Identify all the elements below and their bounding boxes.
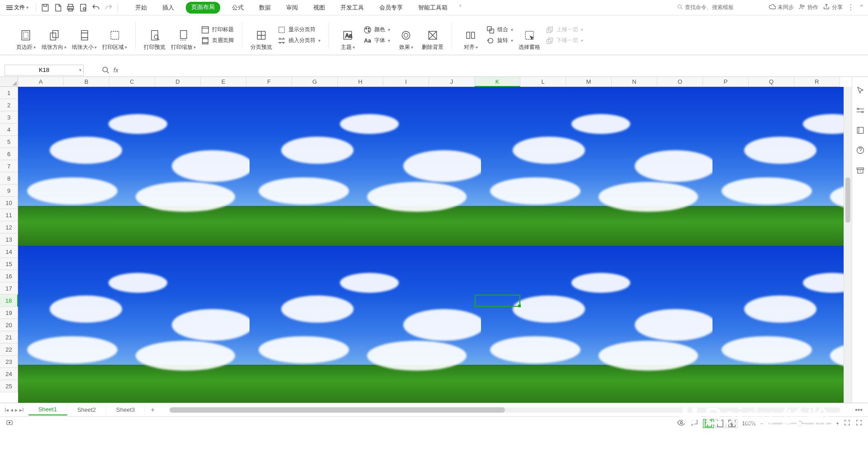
rotate-button[interactable]: 旋转▾: [486, 37, 513, 45]
tab-page-layout[interactable]: 页面布局: [186, 2, 220, 14]
column-header[interactable]: H: [338, 77, 383, 87]
zoom-out-button[interactable]: −: [760, 420, 764, 427]
undo-icon[interactable]: [91, 3, 100, 12]
row-header[interactable]: 15: [0, 258, 18, 270]
name-box[interactable]: K18 ▾: [5, 65, 84, 76]
print-area-button[interactable]: 打印区域▾: [102, 29, 127, 51]
column-header[interactable]: Q: [749, 77, 794, 87]
column-header[interactable]: A: [18, 77, 64, 87]
page-break-preview-button[interactable]: 分页预览: [250, 29, 272, 51]
vertical-scrollbar[interactable]: [844, 87, 852, 403]
scrollbar-thumb[interactable]: [845, 177, 850, 223]
grid-canvas[interactable]: [18, 87, 844, 403]
orientation-button[interactable]: 纸张方向▾: [42, 29, 66, 51]
sheet-tab-1[interactable]: Sheet1: [28, 404, 67, 415]
normal-view-button[interactable]: [703, 419, 714, 428]
insert-page-break-button[interactable]: 插入分页符▾: [278, 37, 321, 45]
row-header[interactable]: 9: [0, 185, 18, 197]
add-sheet-button[interactable]: +: [145, 406, 160, 414]
row-header[interactable]: 24: [0, 368, 18, 380]
formula-input[interactable]: [122, 67, 868, 73]
column-header[interactable]: M: [566, 77, 612, 87]
comment-icon[interactable]: [690, 419, 698, 428]
tab-insert[interactable]: 插入: [159, 2, 178, 14]
column-header[interactable]: R: [794, 77, 840, 87]
paper-size-button[interactable]: 纸张大小▾: [72, 29, 97, 51]
tab-start[interactable]: 开始: [132, 2, 151, 14]
row-header[interactable]: 11: [0, 209, 18, 221]
row-headers[interactable]: 1234567891011121314151617181920212223242…: [0, 87, 18, 403]
first-sheet-button[interactable]: I◂: [5, 407, 9, 413]
column-header[interactable]: C: [109, 77, 155, 87]
fullscreen-icon[interactable]: [844, 419, 851, 428]
tab-formula[interactable]: 公式: [228, 2, 247, 14]
help-icon[interactable]: [856, 146, 865, 155]
column-header[interactable]: J: [429, 77, 475, 87]
fx-button[interactable]: fx: [113, 67, 118, 74]
tab-member[interactable]: 会员专享: [376, 2, 406, 14]
selection-pane-button[interactable]: 选择窗格: [519, 29, 540, 51]
row-header[interactable]: 19: [0, 307, 18, 319]
row-header[interactable]: 18: [0, 295, 18, 307]
last-sheet-button[interactable]: ▸I: [19, 407, 24, 413]
cursor-icon[interactable]: [856, 86, 865, 95]
page-layout-view-button[interactable]: [715, 419, 726, 428]
column-header[interactable]: G: [292, 77, 338, 87]
column-headers[interactable]: ABCDEFGHIJKLMNOPQR: [18, 77, 844, 87]
column-header[interactable]: B: [64, 77, 109, 87]
horizontal-scrollbar[interactable]: [170, 407, 841, 413]
row-header[interactable]: 2: [0, 99, 18, 111]
save-icon[interactable]: [41, 3, 50, 12]
column-header[interactable]: F: [246, 77, 292, 87]
row-header[interactable]: 16: [0, 270, 18, 282]
zoom-value[interactable]: 100%: [742, 420, 756, 427]
prev-sheet-button[interactable]: ◂: [10, 407, 13, 413]
row-header[interactable]: 13: [0, 234, 18, 246]
scrollbar-thumb[interactable]: [170, 407, 505, 413]
row-header[interactable]: 8: [0, 172, 18, 185]
print-icon[interactable]: [66, 3, 75, 12]
command-search[interactable]: [674, 3, 764, 12]
row-header[interactable]: 1: [0, 87, 18, 99]
margins-button[interactable]: 页边距▾: [15, 29, 36, 51]
header-footer-button[interactable]: 页眉页脚: [201, 37, 234, 45]
tab-data[interactable]: 数据: [255, 2, 274, 14]
effects-button[interactable]: 效果▾: [396, 29, 416, 51]
row-header[interactable]: 7: [0, 160, 18, 172]
column-header[interactable]: I: [383, 77, 429, 87]
eye-icon[interactable]: [677, 418, 686, 429]
align-button[interactable]: 对齐▾: [460, 29, 481, 51]
chevron-down-icon[interactable]: ▾: [79, 67, 81, 72]
group-button[interactable]: 组合▾: [486, 26, 513, 34]
sheet-more-icon[interactable]: •••: [849, 406, 868, 414]
column-header[interactable]: N: [612, 77, 657, 87]
zoom-in-button[interactable]: +: [836, 420, 839, 427]
properties-icon[interactable]: [856, 126, 865, 135]
theme-font-button[interactable]: Aa字体▾: [363, 37, 390, 45]
row-header[interactable]: 25: [0, 380, 18, 392]
tab-dev[interactable]: 开发工具: [337, 2, 368, 14]
row-header[interactable]: 14: [0, 246, 18, 258]
worksheet[interactable]: ABCDEFGHIJKLMNOPQR 123456789101112131415…: [0, 77, 852, 403]
row-header[interactable]: 5: [0, 136, 18, 148]
share-button[interactable]: 分享: [823, 3, 843, 12]
file-menu-button[interactable]: 文件 ▾: [4, 2, 31, 13]
column-header[interactable]: O: [657, 77, 703, 87]
collaborate-button[interactable]: 协作: [798, 3, 818, 12]
remove-bg-button[interactable]: 删除背景: [422, 29, 443, 51]
tab-smart[interactable]: 智能工具箱: [415, 2, 451, 14]
column-header[interactable]: E: [201, 77, 246, 87]
row-header[interactable]: 10: [0, 197, 18, 209]
row-header[interactable]: 12: [0, 221, 18, 234]
row-header[interactable]: 3: [0, 111, 18, 124]
redo-icon[interactable]: [104, 3, 113, 12]
settings-icon[interactable]: [856, 106, 865, 115]
column-header[interactable]: P: [703, 77, 749, 87]
send-backward-button[interactable]: 下移一层▾: [546, 37, 583, 45]
select-all-corner[interactable]: [0, 77, 18, 87]
sheet-tab-3[interactable]: Sheet3: [106, 405, 145, 415]
sheet-tab-2[interactable]: Sheet2: [67, 405, 106, 415]
page-break-view-button[interactable]: [726, 419, 737, 428]
more-icon[interactable]: ⋮: [847, 3, 854, 12]
print-preview-icon[interactable]: [79, 3, 88, 12]
